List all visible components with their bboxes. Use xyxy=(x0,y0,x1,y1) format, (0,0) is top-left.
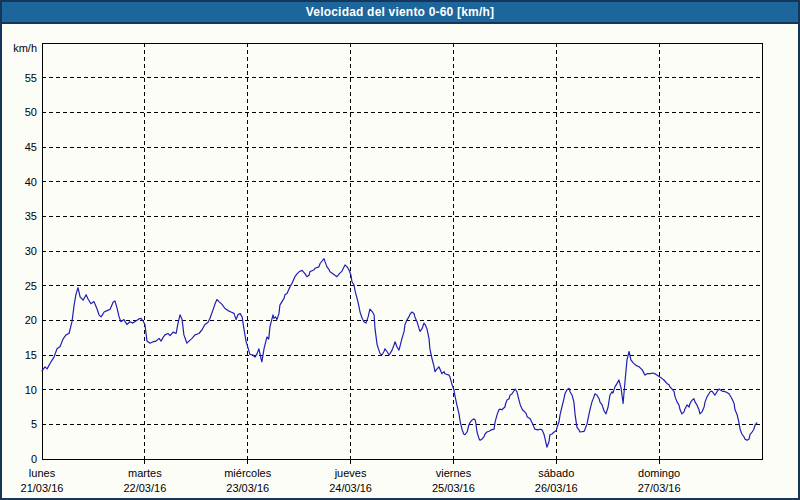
y-tick-label: 45 xyxy=(25,141,37,153)
y-tick-label: 5 xyxy=(31,418,37,430)
y-tick-label: 35 xyxy=(25,210,37,222)
y-axis-unit-label: km/h xyxy=(13,42,37,54)
x-date-label: 25/03/16 xyxy=(432,482,475,494)
y-tick-label: 30 xyxy=(25,245,37,257)
x-date-label: 23/03/16 xyxy=(226,482,269,494)
x-date-label: 24/03/16 xyxy=(329,482,372,494)
chart-title: Velocidad del viento 0-60 [km/h] xyxy=(306,5,494,19)
x-day-label: sábado xyxy=(538,467,574,479)
y-tick-label: 10 xyxy=(25,384,37,396)
y-tick-label: 20 xyxy=(25,314,37,326)
x-day-label: jueves xyxy=(334,467,367,479)
x-day-label: miércoles xyxy=(224,467,272,479)
y-tick-label: 0 xyxy=(31,453,37,465)
y-tick-label: 50 xyxy=(25,106,37,118)
x-day-label: domingo xyxy=(638,467,680,479)
x-day-label: martes xyxy=(128,467,162,479)
y-tick-label: 40 xyxy=(25,176,37,188)
x-date-label: 21/03/16 xyxy=(21,482,64,494)
window-titlebar: Velocidad del viento 0-60 [km/h] xyxy=(2,2,798,24)
wind-speed-chart: 0510152025303540455055km/hlunes21/03/16m… xyxy=(4,24,800,500)
x-date-label: 27/03/16 xyxy=(638,482,681,494)
y-tick-label: 25 xyxy=(25,280,37,292)
chart-area: 0510152025303540455055km/hlunes21/03/16m… xyxy=(4,24,800,500)
x-date-label: 22/03/16 xyxy=(123,482,166,494)
wind-speed-line xyxy=(42,259,757,448)
app-window: Velocidad del viento 0-60 [km/h] 0510152… xyxy=(0,0,800,500)
x-date-label: 26/03/16 xyxy=(535,482,578,494)
x-day-label: viernes xyxy=(436,467,472,479)
y-tick-label: 15 xyxy=(25,349,37,361)
y-tick-label: 55 xyxy=(25,72,37,84)
x-day-label: lunes xyxy=(29,467,56,479)
